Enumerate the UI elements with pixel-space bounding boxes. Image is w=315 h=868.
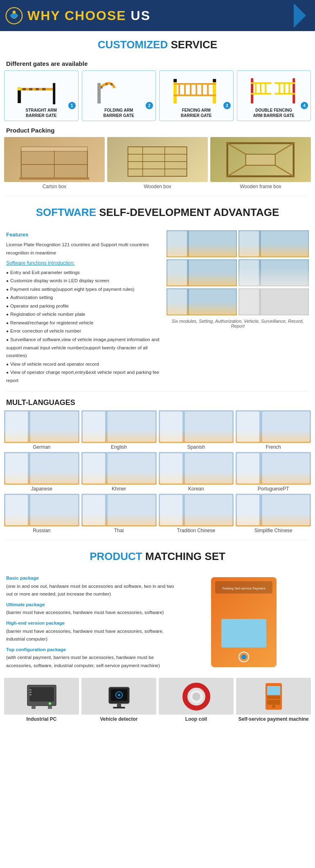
- svg-point-81: [272, 705, 275, 708]
- machine-logo-svg: [232, 651, 256, 663]
- svg-rect-66: [29, 692, 32, 693]
- industrial-pc-image: [4, 678, 79, 715]
- features-title: Features: [6, 230, 162, 239]
- svg-rect-25: [173, 79, 177, 82]
- soft-screenshot-5: [166, 288, 237, 315]
- svg-point-62: [49, 702, 51, 705]
- svg-rect-8: [29, 88, 32, 90]
- lang-label-simplifie-chinese: Simplifie Chinese: [236, 528, 311, 533]
- lang-image-russian: [4, 494, 79, 526]
- packing-item-1: Carton box: [4, 137, 105, 189]
- machine-header-svg: Parking Self-service Payment: [215, 581, 272, 594]
- gate-item-1: 1 STRAIGHT ARMBARRIER GATE: [4, 70, 79, 121]
- svg-text:Parking Self-service Payment: Parking Self-service Payment: [223, 587, 266, 590]
- lang-item-english: English: [81, 410, 157, 450]
- lang-label-portuguese: PortuguesePT: [236, 486, 311, 492]
- gate-image-4: [239, 73, 309, 106]
- svg-rect-27: [251, 78, 253, 103]
- svg-rect-67: [29, 694, 32, 695]
- gate-item-2: 2 FOLDING ARMBARRIER GATE: [82, 70, 156, 121]
- top-package-desc: (with central payment, barriers must be …: [6, 655, 160, 668]
- lang-image-spanish: [159, 410, 234, 443]
- lang-label-korean: Korean: [159, 486, 234, 492]
- svg-rect-10: [42, 88, 45, 90]
- svg-line-51: [227, 143, 246, 154]
- function-item-3: Payment rules setting(support eight type…: [6, 286, 162, 294]
- ultimate-package-desc: (barrier must have accessories, hardware…: [6, 610, 164, 615]
- product-content: Basic package(one in and one out, hardwa…: [0, 570, 315, 674]
- svg-rect-7: [22, 88, 26, 90]
- svg-line-53: [227, 165, 246, 176]
- svg-rect-4: [18, 87, 21, 90]
- svg-rect-9: [36, 88, 39, 90]
- customized-title: CUSTOMIZED SERVICE: [6, 38, 309, 51]
- gate-num-4: 4: [301, 102, 308, 109]
- svg-rect-61: [29, 687, 54, 702]
- machine-screen: [221, 619, 266, 648]
- lang-label-tradition-chinese: Tradition Chinese: [159, 528, 234, 533]
- bottom-items: Industrial PC Vehicle detector Loop coil: [0, 674, 315, 726]
- soft-screenshot-1: [166, 230, 237, 257]
- gate-num-3: 3: [223, 102, 231, 109]
- logo-icon: [5, 7, 23, 25]
- svg-rect-6: [53, 83, 55, 104]
- lang-item-khmer: Khmer: [81, 452, 157, 492]
- gate-svg-2: [87, 75, 150, 104]
- carton-svg: [9, 139, 99, 180]
- divider-2: [6, 391, 309, 392]
- vehicle-detector-label: Vehicle detector: [81, 716, 156, 722]
- svg-line-52: [275, 143, 294, 154]
- software-content: Features License Plate Recognition 121 c…: [0, 226, 315, 389]
- industrial-pc-item: Industrial PC: [4, 678, 79, 722]
- soft-screenshot-2: [239, 230, 309, 257]
- svg-rect-16: [213, 79, 216, 103]
- lang-item-french: French: [236, 410, 311, 450]
- svg-rect-26: [213, 79, 216, 82]
- function-item-8: Error correction of vehicle number: [6, 327, 162, 335]
- lang-image-thai: [81, 494, 157, 526]
- software-text: Features License Plate Recognition 121 c…: [6, 230, 162, 385]
- wooden-svg: [112, 139, 202, 180]
- packing-grid: Carton box Wooden box: [0, 137, 315, 193]
- svg-rect-72: [117, 704, 121, 707]
- gate-svg-3: [165, 75, 228, 104]
- software-title: SOFTWARE SELF-DEVELOPMENT ADVANTAGE: [6, 206, 309, 219]
- svg-rect-19: [178, 83, 180, 96]
- packing-image-1: [4, 137, 105, 182]
- svg-rect-73: [113, 707, 125, 708]
- soft-img-row-3: [166, 288, 309, 315]
- gate-svg-4: [242, 75, 305, 104]
- gate-item-4: 4 DOUBLE FENCINGARM BARRIER GATE: [237, 70, 311, 121]
- packing-label-3: Wooden frame box: [210, 184, 311, 189]
- svg-rect-12: [101, 86, 103, 89]
- lang-label-japanese: Japanese: [4, 486, 79, 492]
- svg-rect-20: [184, 83, 186, 96]
- header-title: WHY CHOOSE US: [27, 8, 151, 23]
- lang-image-simplifie-chinese: [236, 494, 311, 526]
- svg-rect-78: [267, 686, 280, 695]
- svg-point-71: [118, 694, 120, 696]
- svg-rect-22: [196, 83, 197, 96]
- loop-coil-image: [159, 678, 234, 715]
- svg-rect-14: [110, 83, 112, 85]
- svg-rect-23: [201, 83, 203, 96]
- industrial-pc-svg: [25, 681, 58, 712]
- svg-point-1: [13, 10, 16, 13]
- lang-item-korean: Korean: [159, 452, 234, 492]
- top-package: Top configuration package(with central p…: [6, 646, 175, 670]
- packing-label-2: Wooden box: [107, 184, 208, 189]
- customized-section: CUSTOMIZED SERVICE: [0, 31, 315, 58]
- lang-item-spanish: Spanish: [159, 410, 234, 450]
- product-title: PRODUCT MATCHING SET: [6, 550, 309, 563]
- self-service-payment-label: Self-service payment machine: [236, 716, 311, 722]
- function-item-10: View of vehicle record and operator reco…: [6, 360, 162, 369]
- packing-label-1: Carton box: [4, 184, 105, 189]
- gate-label-1: STRAIGHT ARMBARRIER GATE: [6, 108, 76, 118]
- function-item-6: Registration of vehicle number plate: [6, 310, 162, 319]
- svg-line-54: [275, 165, 294, 176]
- lang-item-russian: Russian: [4, 494, 79, 533]
- vehicle-detector-svg: [103, 681, 135, 712]
- svg-rect-55: [246, 154, 275, 165]
- ultimate-package: Ultimate package(barrier must have acces…: [6, 601, 175, 617]
- packing-item-2: Wooden box: [107, 137, 208, 189]
